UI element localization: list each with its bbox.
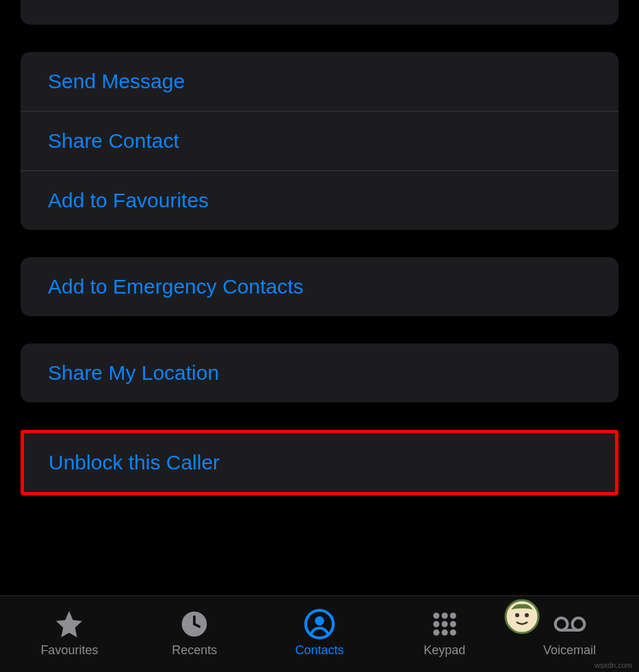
- svg-point-8: [449, 621, 456, 627]
- person-circle-icon: [303, 608, 336, 641]
- tab-contacts[interactable]: Contacts: [257, 608, 382, 658]
- tab-recents-label: Recents: [172, 643, 217, 658]
- voicemail-icon: [553, 608, 586, 641]
- svg-point-12: [555, 618, 567, 630]
- watermark-text: wsxdn.com: [595, 661, 632, 669]
- appuals-logo-overlay: [504, 599, 540, 634]
- tab-favourites[interactable]: Favourites: [7, 608, 132, 658]
- svg-point-11: [449, 630, 456, 636]
- unblock-this-caller-row[interactable]: Unblock this Caller: [24, 433, 615, 492]
- svg-point-9: [433, 630, 439, 636]
- svg-point-3: [433, 612, 439, 619]
- send-message-row[interactable]: Send Message: [21, 52, 618, 112]
- actions-group-1: Send Message Share Contact Add to Favour…: [21, 52, 618, 230]
- add-to-favourites-row[interactable]: Add to Favourites: [21, 171, 618, 230]
- actions-group-4-highlighted: Unblock this Caller: [21, 430, 618, 495]
- star-icon: [53, 608, 86, 641]
- tab-keypad-label: Keypad: [423, 643, 465, 658]
- share-contact-row[interactable]: Share Contact: [21, 112, 618, 171]
- svg-point-6: [433, 621, 439, 627]
- svg-point-4: [441, 612, 447, 619]
- svg-point-13: [572, 618, 584, 630]
- tab-keypad[interactable]: Keypad: [382, 608, 507, 658]
- tab-contacts-label: Contacts: [295, 643, 343, 658]
- keypad-icon: [428, 608, 461, 641]
- actions-group-3: Share My Location: [21, 344, 618, 402]
- share-my-location-row[interactable]: Share My Location: [21, 344, 618, 402]
- svg-point-10: [441, 630, 447, 636]
- tab-bar: Favourites Recents Contacts Keypad Voi: [0, 595, 639, 672]
- add-emergency-contacts-row[interactable]: Add to Emergency Contacts: [21, 257, 618, 316]
- svg-point-5: [449, 612, 456, 619]
- tab-favourites-label: Favourites: [40, 643, 98, 658]
- svg-point-16: [515, 613, 519, 617]
- tab-recents[interactable]: Recents: [132, 608, 257, 658]
- previous-section-bottom: [21, 0, 618, 25]
- svg-point-7: [441, 621, 447, 627]
- tab-voicemail-label: Voicemail: [543, 643, 596, 658]
- actions-group-2: Add to Emergency Contacts: [21, 257, 618, 316]
- clock-icon: [178, 608, 211, 641]
- svg-point-17: [525, 613, 529, 617]
- svg-point-2: [315, 617, 324, 625]
